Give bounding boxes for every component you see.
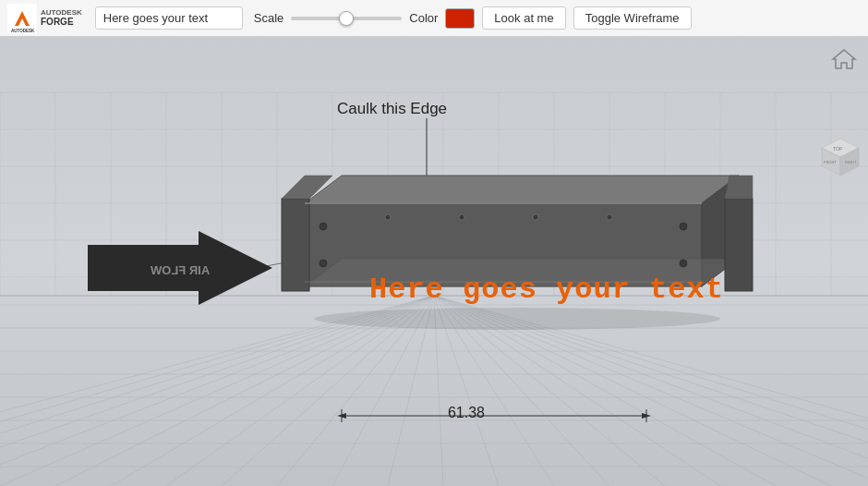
scale-label: Scale: [254, 11, 284, 25]
text-input[interactable]: [95, 6, 243, 30]
grid-canvas: [0, 37, 868, 486]
home-icon-button[interactable]: [831, 46, 857, 72]
autodesk-forge-logo: AUTODESK: [7, 4, 37, 33]
toggle-wireframe-button[interactable]: Toggle Wireframe: [573, 6, 692, 30]
color-label: Color: [409, 11, 438, 25]
logo-autodesk-text: AUTODESK: [41, 9, 82, 18]
look-at-me-button[interactable]: Look at me: [482, 6, 565, 30]
svg-text:AUTODESK: AUTODESK: [11, 29, 35, 33]
viewport: TOP FRONT RIGHT Caulk this Edge: [0, 37, 868, 486]
color-swatch[interactable]: [445, 8, 475, 29]
scale-slider[interactable]: [291, 17, 402, 20]
toolbar: AUTODESK AUTODESK FORGE Scale Color Look…: [0, 0, 868, 37]
logo-area: AUTODESK AUTODESK FORGE: [7, 4, 82, 33]
logo-forge-text: FORGE: [41, 17, 82, 27]
